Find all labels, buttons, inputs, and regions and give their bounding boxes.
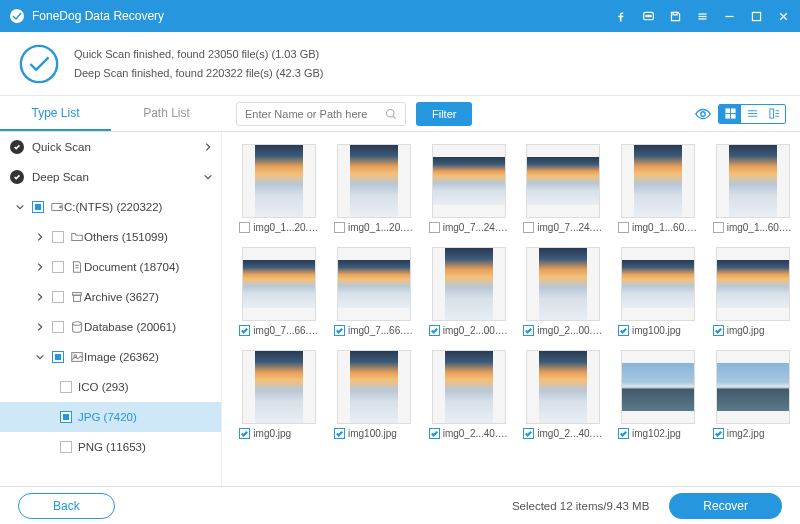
check-icon [10, 140, 24, 154]
file-checkbox[interactable] [334, 428, 345, 439]
tree-png[interactable]: PNG (11653) [0, 432, 221, 462]
checkbox[interactable] [52, 351, 64, 363]
file-checkbox[interactable] [713, 325, 724, 336]
chevron-right-icon [35, 262, 45, 272]
search-box[interactable] [236, 102, 406, 126]
file-checkbox[interactable] [239, 325, 250, 336]
file-name: img0_7...66.jpg [253, 325, 319, 336]
chevron-down-icon [203, 172, 213, 182]
archive-icon [70, 290, 84, 304]
file-name: img0_1...20.jpg [253, 222, 319, 233]
tree-ico[interactable]: ICO (293) [0, 372, 221, 402]
tree-archive[interactable]: Archive (3627) [0, 282, 221, 312]
tree-drive[interactable]: C:(NTFS) (220322) [0, 192, 221, 222]
chevron-right-icon [35, 292, 45, 302]
file-name: img102.jpg [632, 428, 681, 439]
file-name: img0_2...40.jpg [443, 428, 509, 439]
file-name: img0_1...60.jpg [727, 222, 793, 233]
chevron-right-icon [203, 142, 213, 152]
file-checkbox[interactable] [429, 222, 440, 233]
file-thumbnail[interactable]: img102.jpg [615, 350, 702, 439]
close-icon[interactable] [777, 10, 790, 23]
file-thumbnail[interactable]: img0_7...24.jpg [520, 144, 607, 233]
maximize-icon[interactable] [750, 10, 763, 23]
file-thumbnail[interactable]: img0.jpg [236, 350, 323, 439]
view-grid-button[interactable] [719, 105, 741, 123]
chevron-down-icon [15, 202, 25, 212]
thumbnail-image [337, 350, 411, 424]
save-icon[interactable] [669, 10, 682, 23]
file-checkbox[interactable] [334, 222, 345, 233]
checkbox[interactable] [60, 441, 72, 453]
checkbox[interactable] [52, 261, 64, 273]
file-name: img2.jpg [727, 428, 765, 439]
checkbox[interactable] [52, 291, 64, 303]
file-thumbnail[interactable]: img0_2...00.jpg [425, 247, 512, 336]
view-list-button[interactable] [741, 105, 763, 123]
feedback-icon[interactable] [642, 10, 655, 23]
file-thumbnail[interactable]: img0.jpg [709, 247, 796, 336]
tree-quick-scan[interactable]: Quick Scan [0, 132, 221, 162]
tree-deep-scan[interactable]: Deep Scan [0, 162, 221, 192]
tree-document[interactable]: Document (18704) [0, 252, 221, 282]
file-thumbnail[interactable]: img0_1...60.jpg [615, 144, 702, 233]
file-thumbnail[interactable]: img0_1...20.jpg [236, 144, 323, 233]
file-thumbnail[interactable]: img0_2...00.jpg [520, 247, 607, 336]
thumbnail-image [432, 350, 506, 424]
thumbnail-image [526, 144, 600, 218]
check-icon [10, 170, 24, 184]
checkbox[interactable] [60, 411, 72, 423]
minimize-icon[interactable] [723, 10, 736, 23]
file-thumbnail[interactable]: img0_1...20.jpg [331, 144, 418, 233]
file-thumbnail[interactable]: img100.jpg [615, 247, 702, 336]
checkbox[interactable] [52, 321, 64, 333]
menu-icon[interactable] [696, 10, 709, 23]
file-checkbox[interactable] [713, 222, 724, 233]
file-checkbox[interactable] [429, 428, 440, 439]
file-thumbnail[interactable]: img0_1...60.jpg [709, 144, 796, 233]
file-thumbnail[interactable]: img0_7...66.jpg [331, 247, 418, 336]
checkbox[interactable] [60, 381, 72, 393]
recover-button[interactable]: Recover [669, 493, 782, 519]
file-name: img0_1...20.jpg [348, 222, 414, 233]
file-checkbox[interactable] [523, 325, 534, 336]
back-button[interactable]: Back [18, 493, 115, 519]
file-thumbnail[interactable]: img0_2...40.jpg [520, 350, 607, 439]
view-detail-button[interactable] [763, 105, 785, 123]
tree-database[interactable]: Database (20061) [0, 312, 221, 342]
quick-scan-summary: Quick Scan finished, found 23050 file(s)… [74, 45, 323, 64]
file-checkbox[interactable] [618, 222, 629, 233]
svg-point-28 [60, 206, 62, 208]
file-checkbox[interactable] [618, 428, 629, 439]
file-name: img0_2...00.jpg [443, 325, 509, 336]
tab-type-list[interactable]: Type List [0, 97, 111, 131]
checkbox[interactable] [52, 231, 64, 243]
file-checkbox[interactable] [334, 325, 345, 336]
file-checkbox[interactable] [523, 222, 534, 233]
search-input[interactable] [245, 108, 385, 120]
file-thumbnail[interactable]: img0_2...40.jpg [425, 350, 512, 439]
tree-jpg[interactable]: JPG (7420) [0, 402, 221, 432]
file-name: img0.jpg [727, 325, 765, 336]
file-thumbnail[interactable]: img2.jpg [709, 350, 796, 439]
checkbox[interactable] [32, 201, 44, 213]
tab-path-list[interactable]: Path List [111, 97, 222, 131]
file-thumbnail[interactable]: img100.jpg [331, 350, 418, 439]
file-checkbox[interactable] [239, 428, 250, 439]
file-thumbnail[interactable]: img0_7...24.jpg [425, 144, 512, 233]
file-checkbox[interactable] [523, 428, 534, 439]
file-checkbox[interactable] [713, 428, 724, 439]
search-icon [385, 108, 397, 120]
tree-others[interactable]: Others (151099) [0, 222, 221, 252]
file-thumbnail[interactable]: img0_7...66.jpg [236, 247, 323, 336]
file-checkbox[interactable] [239, 222, 250, 233]
facebook-icon[interactable] [615, 10, 628, 23]
svg-rect-9 [752, 12, 760, 20]
file-checkbox[interactable] [429, 325, 440, 336]
filter-button[interactable]: Filter [416, 102, 472, 126]
file-grid: img0_1...20.jpgimg0_1...20.jpgimg0_7...2… [222, 132, 800, 486]
tree-image[interactable]: Image (26362) [0, 342, 221, 372]
file-checkbox[interactable] [618, 325, 629, 336]
preview-icon[interactable] [694, 105, 712, 123]
thumbnail-image [526, 247, 600, 321]
